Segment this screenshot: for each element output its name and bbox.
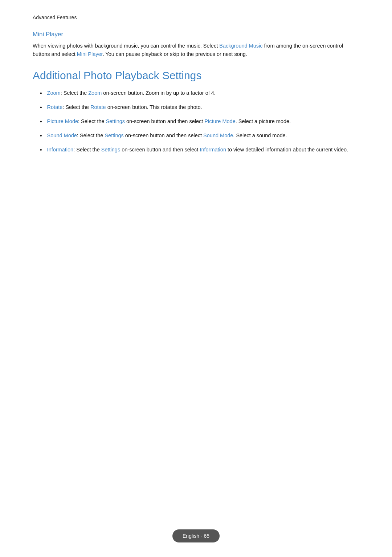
additional-settings-heading: Additional Photo Playback Settings [33,69,359,82]
list-item-picture-mode-content: Picture Mode: Select the Settings on-scr… [47,117,291,125]
sound-mode-link-1[interactable]: Sound Mode [47,133,77,138]
list-item-sound-mode-content: Sound Mode: Select the Settings on-scree… [47,131,287,139]
mini-player-section: Mini Player When viewing photos with bac… [33,31,359,58]
list-item-information: Information: Select the Settings on-scre… [40,146,359,155]
picture-mode-link-1[interactable]: Picture Mode [47,118,78,124]
footer-label: English - 65 [183,533,209,539]
sound-mode-link-2[interactable]: Sound Mode [203,133,233,138]
additional-settings-section: Additional Photo Playback Settings Zoom:… [33,69,359,154]
breadcrumb: Advanced Features [33,15,359,21]
list-item-picture-mode: Picture Mode: Select the Settings on-scr… [40,117,359,126]
background-music-link[interactable]: Background Music [219,43,262,49]
list-item-rotate-content: Rotate: Select the Rotate on-screen butt… [47,103,202,111]
list-item-zoom: Zoom: Select the Zoom on-screen button. … [40,89,359,98]
picture-mode-link-2[interactable]: Picture Mode [204,118,235,124]
list-item-rotate: Rotate: Select the Rotate on-screen butt… [40,103,359,112]
picture-mode-settings-link[interactable]: Settings [106,118,125,124]
information-settings-link[interactable]: Settings [101,147,120,153]
footer-badge: English - 65 [172,529,220,542]
zoom-link-1[interactable]: Zoom [47,90,61,96]
list-item-sound-mode: Sound Mode: Select the Settings on-scree… [40,131,359,141]
mini-player-description: When viewing photos with background musi… [33,42,359,58]
rotate-link-1[interactable]: Rotate [47,104,63,110]
list-item-information-content: Information: Select the Settings on-scre… [47,146,348,154]
mini-player-link[interactable]: Mini Player [77,51,103,57]
information-link-2[interactable]: Information [200,147,226,153]
page-container: Advanced Features Mini Player When viewi… [0,0,392,209]
mini-player-heading: Mini Player [33,31,359,38]
information-link-1[interactable]: Information [47,147,74,153]
rotate-link-2[interactable]: Rotate [90,104,106,110]
zoom-link-2[interactable]: Zoom [88,90,102,96]
list-item-zoom-content: Zoom: Select the Zoom on-screen button. … [47,89,216,97]
settings-list: Zoom: Select the Zoom on-screen button. … [40,89,359,154]
breadcrumb-text: Advanced Features [33,15,77,20]
sound-mode-settings-link[interactable]: Settings [105,133,123,138]
